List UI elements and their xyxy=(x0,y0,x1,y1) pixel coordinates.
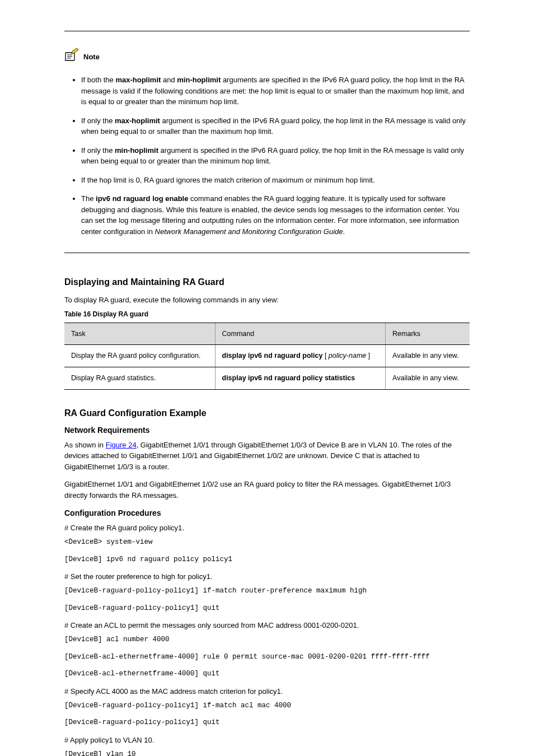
table-header: Remarks xyxy=(386,323,470,345)
top-separator xyxy=(64,31,470,31)
page: Note If both the max-hoplimit and min-ho… xyxy=(0,0,534,756)
note-item: If only the max-hoplimit argument is spe… xyxy=(81,115,470,137)
table-caption: Table 16 Display RA guard xyxy=(64,309,470,319)
network-req-paragraph: As shown in Figure 24, GigabitEthernet 1… xyxy=(64,440,470,473)
section-heading-display: Displaying and Maintaining RA Guard xyxy=(64,276,470,289)
step-code: [DeviceB-raguard-policy-policy1] quit xyxy=(64,717,470,728)
step-comment: # Create an ACL to permit the messages o… xyxy=(64,620,470,631)
display-table: Task Command Remarks Display the RA guar… xyxy=(64,323,470,390)
step-comment: # Apply policy1 to VLAN 10. xyxy=(64,735,470,746)
note-block: Note If both the max-hoplimit and min-ho… xyxy=(64,48,470,254)
table-header-row: Task Command Remarks xyxy=(64,323,470,345)
note-item: If the hop limit is 0, RA guard ignores … xyxy=(81,175,470,186)
subsection-heading-network-req: Network Requirements xyxy=(64,424,470,436)
table-cell-remarks: Available in any view. xyxy=(386,367,470,390)
note-item: If both the max-hoplimit and min-hoplimi… xyxy=(81,74,470,108)
table-cell-task: Display RA guard statistics. xyxy=(64,367,215,390)
step-code: <DeviceB> system-view xyxy=(64,537,470,548)
step-code: [DeviceB-raguard-policy-policy1] quit xyxy=(64,603,470,614)
network-req-paragraph-2: GigabitEthernet 1/0/1 and GigabitEtherne… xyxy=(64,479,470,501)
step-code: [DeviceB-acl-ethernetframe-4000] rule 0 … xyxy=(64,652,470,662)
note-separator xyxy=(64,253,470,253)
note-list: If both the max-hoplimit and min-hoplimi… xyxy=(64,74,470,237)
table-row: Display RA guard statistics. display ipv… xyxy=(64,367,470,390)
table-cell-task: Display the RA guard policy configuratio… xyxy=(64,345,215,367)
step-comment: # Set the router preference to high for … xyxy=(64,571,470,582)
table-header: Command xyxy=(215,323,386,345)
step-code: [DeviceB-acl-ethernetframe-4000] quit xyxy=(64,669,470,679)
step-comment: # Specify ACL 4000 as the MAC address ma… xyxy=(64,686,470,697)
table-cell-command: display ipv6 nd raguard policy statistic… xyxy=(215,367,386,390)
step-code: [DeviceB-raguard-policy-policy1] if-matc… xyxy=(64,586,470,596)
step-comment: # Create the RA guard policy policy1. xyxy=(64,522,470,534)
table-cell-remarks: Available in any view. xyxy=(386,345,470,367)
svg-line-1 xyxy=(65,60,66,61)
section-heading-example: RA Guard Configuration Example xyxy=(64,407,470,420)
subsection-heading-config-proc: Configuration Procedures xyxy=(64,507,470,519)
step-code: [DeviceB] vlan 10 xyxy=(64,749,470,757)
step-code: [DeviceB-raguard-policy-policy1] if-matc… xyxy=(64,701,470,711)
display-intro: To display RA guard, execute the followi… xyxy=(64,295,470,306)
note-label: Note xyxy=(83,52,100,63)
note-icon xyxy=(64,48,80,65)
table-row: Display the RA guard policy configuratio… xyxy=(64,345,470,367)
note-header: Note xyxy=(64,48,470,65)
config-steps: # Create the RA guard policy policy1. <D… xyxy=(64,522,470,756)
step-code: [DeviceB] acl number 4000 xyxy=(64,634,470,645)
table-cell-command: display ipv6 nd raguard policy [ policy-… xyxy=(215,345,386,367)
note-item: If only the min-hoplimit argument is spe… xyxy=(81,145,470,167)
note-item: The ipv6 nd raguard log enable command e… xyxy=(81,193,470,237)
figure-link[interactable]: Figure 24 xyxy=(106,441,137,449)
table-header: Task xyxy=(64,323,215,345)
step-code: [DeviceB] ipv6 nd raguard policy policy1 xyxy=(64,554,470,565)
